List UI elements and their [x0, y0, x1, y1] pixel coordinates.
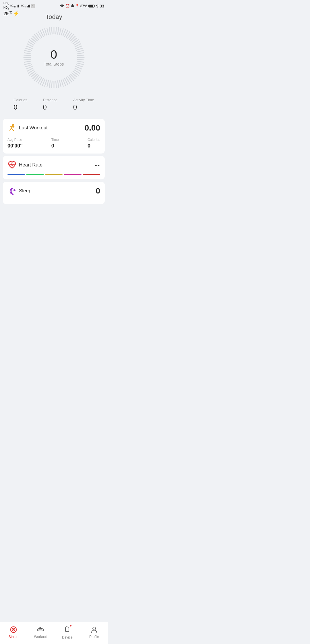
last-workout-card[interactable]: Last Workout 0.00 Avg Pace 00'00'' Time …	[3, 119, 105, 154]
steps-ring-container[interactable]: // Generate tick marks via inline approa…	[0, 23, 108, 95]
signal-bars-1	[14, 5, 19, 7]
svg-line-18	[77, 53, 84, 54]
svg-line-39	[56, 81, 56, 87]
svg-line-36	[61, 80, 63, 86]
steps-ring: // Generate tick marks via inline approa…	[22, 26, 86, 89]
avg-pace-label: Avg Pace	[7, 138, 23, 142]
hr-bar-5	[83, 174, 100, 175]
workout-time-stat: Time 0	[51, 138, 59, 149]
svg-line-2	[57, 28, 59, 34]
status-left: HD1HD2 4G 4G 1	[3, 2, 35, 10]
time-display: 9:33	[96, 4, 104, 8]
svg-line-1	[56, 27, 56, 34]
notification-badge: 1	[31, 4, 35, 8]
steps-label: Total Steps	[44, 62, 64, 66]
sleep-card-header: Sleep 0	[7, 186, 100, 195]
activity-time-value: 0	[73, 103, 94, 111]
svg-line-57	[24, 63, 31, 64]
heart-rate-header: Heart Rate --	[7, 160, 100, 170]
heart-rate-bars	[7, 174, 100, 175]
sleep-value: 0	[96, 186, 100, 195]
bluetooth-icon: ✱	[71, 4, 74, 8]
steps-value: 0	[44, 49, 64, 61]
stat-calories[interactable]: Calories 0	[13, 98, 27, 111]
distance-label: Distance	[43, 98, 58, 102]
workout-title: Last Workout	[19, 125, 48, 131]
svg-line-22	[77, 61, 84, 62]
svg-line-21	[77, 59, 84, 60]
calories-value: 0	[13, 103, 27, 111]
hr-bar-4	[64, 174, 81, 175]
svg-line-63	[24, 50, 31, 52]
network-label: HD1HD2	[3, 2, 9, 10]
svg-line-5	[63, 30, 65, 36]
heart-rate-card[interactable]: Heart Rate --	[3, 156, 105, 179]
svg-line-61	[24, 55, 30, 55]
workout-icon	[7, 123, 17, 133]
svg-line-64	[25, 48, 32, 50]
svg-line-24	[76, 65, 82, 67]
status-right: 👁 ⏰ ✱ 📍 87% 9:33	[60, 4, 104, 8]
sleep-title-row: Sleep	[7, 186, 31, 195]
svg-line-23	[77, 63, 83, 64]
sleep-icon	[7, 186, 17, 195]
svg-line-19	[77, 55, 84, 55]
heart-rate-icon	[7, 160, 17, 170]
weather-area: 29°C ⚡	[3, 10, 19, 17]
svg-line-4	[61, 29, 63, 35]
svg-line-59	[24, 59, 30, 60]
svg-line-42	[49, 81, 50, 87]
svg-line-38	[57, 81, 59, 87]
hr-bar-1	[7, 174, 25, 175]
workout-calories-stat: Calories 0	[88, 138, 100, 149]
sleep-card[interactable]: Sleep 0	[3, 182, 105, 204]
alarm-icon: ⏰	[65, 4, 70, 8]
svg-line-43	[47, 80, 48, 87]
heart-rate-title-row: Heart Rate	[7, 160, 42, 170]
svg-line-78	[49, 28, 50, 34]
svg-line-56	[25, 65, 32, 67]
avg-pace-value: 00'00''	[7, 143, 23, 149]
page-title: Today	[45, 13, 62, 21]
heart-rate-value: --	[95, 161, 100, 169]
steps-center: 0 Total Steps	[44, 49, 64, 66]
battery-percent: 87%	[80, 4, 87, 8]
svg-line-17	[77, 50, 83, 52]
workout-main-value: 0.00	[85, 123, 100, 133]
svg-line-3	[59, 28, 61, 34]
network-4g: 4G	[10, 4, 13, 7]
workout-title-row: Last Workout	[7, 123, 48, 133]
workout-card-header: Last Workout 0.00	[7, 123, 100, 133]
svg-line-76	[44, 29, 46, 35]
svg-line-37	[59, 80, 61, 87]
svg-line-79	[51, 27, 52, 34]
temperature: 29°C	[3, 11, 12, 16]
lightning-icon: ⚡	[13, 10, 19, 17]
workout-time-value: 0	[51, 143, 59, 149]
svg-line-41	[51, 81, 52, 87]
workout-time-label: Time	[51, 138, 59, 142]
sleep-title: Sleep	[19, 188, 31, 194]
network-4g-2: 4G	[21, 4, 24, 7]
battery-icon	[88, 5, 95, 7]
svg-line-55	[26, 66, 32, 69]
signal-bars-2	[26, 5, 30, 7]
stats-row: Calories 0 Distance 0 Activity Time 0	[0, 95, 108, 116]
stat-distance[interactable]: Distance 0	[43, 98, 58, 111]
location-icon: 📍	[75, 4, 79, 8]
eye-icon: 👁	[60, 4, 64, 8]
svg-line-16	[76, 48, 82, 50]
hr-bar-3	[45, 174, 63, 175]
stat-activity-time[interactable]: Activity Time 0	[73, 98, 94, 111]
svg-line-58	[24, 61, 31, 62]
distance-value: 0	[43, 103, 58, 111]
avg-pace-stat: Avg Pace 00'00''	[7, 138, 23, 149]
svg-line-62	[24, 53, 31, 54]
hr-bar-2	[26, 174, 44, 175]
status-bar: HD1HD2 4G 4G 1 👁 ⏰ ✱ 📍 87%	[0, 0, 108, 12]
activity-time-label: Activity Time	[73, 98, 94, 102]
svg-line-77	[47, 28, 48, 34]
workout-calories-value: 0	[88, 143, 100, 149]
calories-label: Calories	[13, 98, 27, 102]
workout-sub-stats: Avg Pace 00'00'' Time 0 Calories 0	[7, 137, 100, 149]
